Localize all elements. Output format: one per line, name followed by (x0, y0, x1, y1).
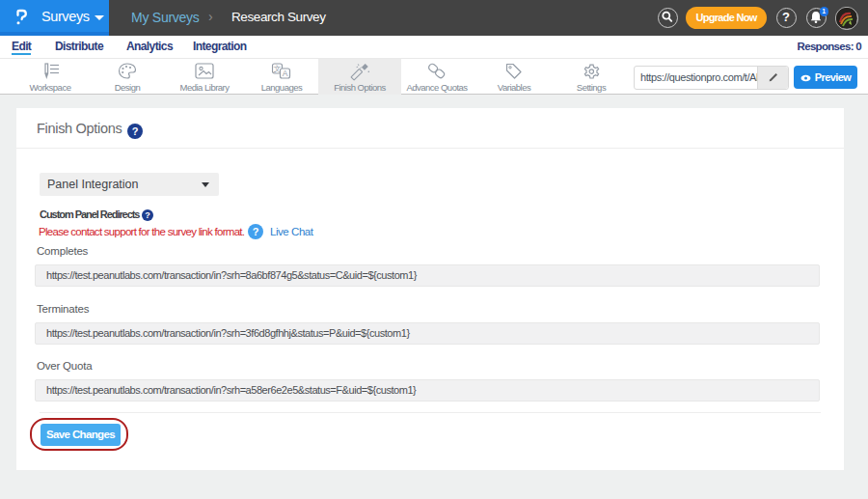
svg-text:A: A (283, 69, 288, 78)
